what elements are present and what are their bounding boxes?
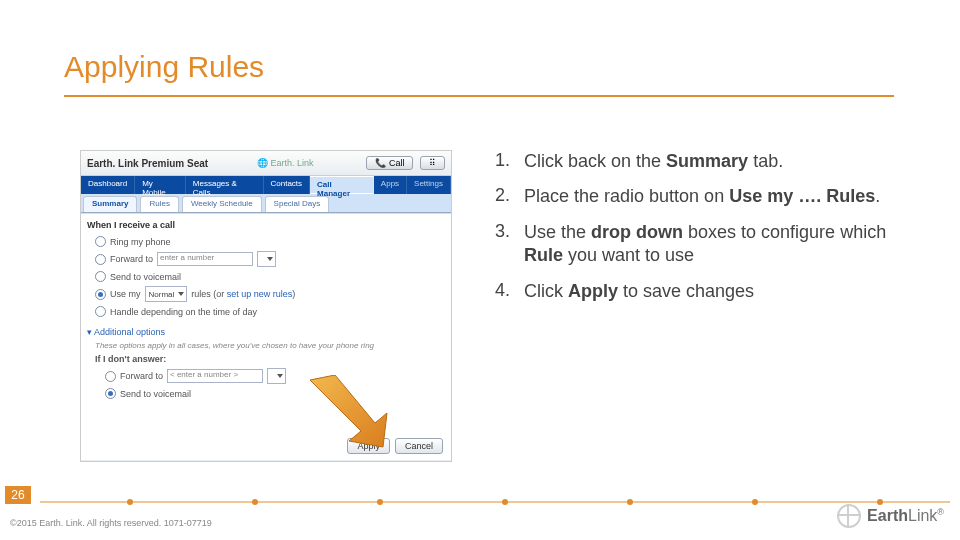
nav-dashboard[interactable]: Dashboard (81, 176, 135, 194)
tab-weekly[interactable]: Weekly Schedule (182, 196, 262, 212)
svg-point-3 (252, 499, 258, 505)
app-subtabs: Summary Rules Weekly Schedule Special Da… (81, 194, 451, 213)
label-send-voicemail-2: Send to voicemail (120, 389, 191, 399)
svg-point-7 (752, 499, 758, 505)
instruction-text: Click Apply to save changes (524, 280, 900, 303)
page-title: Applying Rules (64, 50, 264, 84)
svg-point-4 (377, 499, 383, 505)
app-logo-mini: 🌐 Earth. Link (257, 158, 314, 168)
instruction-number: 1. (480, 150, 524, 173)
instruction-text: Click back on the Summary tab. (524, 150, 900, 173)
apply-button[interactable]: Apply (347, 438, 390, 454)
set-up-rules-link[interactable]: set up new rules (227, 289, 293, 299)
radio-forward-to-2[interactable] (105, 371, 116, 382)
footer-divider (10, 494, 950, 496)
nav-settings[interactable]: Settings (407, 176, 451, 194)
label-forward-to-2: Forward to (120, 371, 163, 381)
label-use-my: Use my (110, 289, 141, 299)
additional-options-toggle[interactable]: ▾ Additional options (87, 327, 165, 337)
nav-messages[interactable]: Messages & Calls (186, 176, 264, 194)
radio-ring-my-phone[interactable] (95, 236, 106, 247)
label-forward-to: Forward to (110, 254, 153, 264)
if-dont-answer-label: If I don't answer: (95, 354, 166, 364)
instruction-item: 2. Place the radio button on Use my …. R… (480, 185, 900, 208)
tab-rules[interactable]: Rules (140, 196, 178, 212)
svg-point-6 (627, 499, 633, 505)
app-topbar: Earth. Link Premium Seat 🌐 Earth. Link 📞… (81, 151, 451, 176)
nav-apps[interactable]: Apps (374, 176, 407, 194)
instruction-item: 1. Click back on the Summary tab. (480, 150, 900, 173)
globe-icon (837, 504, 861, 528)
app-brand: Earth. Link Premium Seat (87, 158, 208, 169)
footer-logo: EarthLink® (837, 504, 944, 528)
radio-handle-time-of-day[interactable] (95, 306, 106, 317)
instruction-item: 3. Use the drop down boxes to configure … (480, 221, 900, 268)
svg-point-5 (502, 499, 508, 505)
nav-call-manager[interactable]: Call Manager (310, 176, 374, 194)
panel-heading: When I receive a call (81, 214, 451, 234)
label-handle-time-of-day: Handle depending on the time of day (110, 307, 257, 317)
radio-send-voicemail[interactable] (95, 271, 106, 282)
title-underline (64, 95, 894, 97)
instruction-number: 3. (480, 221, 524, 268)
forward-number-input-2[interactable]: < enter a number > (167, 369, 263, 383)
rules-select[interactable]: Normal (145, 286, 188, 302)
call-panel: When I receive a call Ring my phone Forw… (81, 213, 451, 460)
rules-link-text: rules (or set up new rules) (191, 289, 295, 299)
copyright: ©2015 Earth. Link. All rights reserved. … (10, 518, 212, 528)
radio-send-voicemail-2[interactable] (105, 388, 116, 399)
forward-number-input[interactable]: enter a number (157, 252, 253, 266)
label-send-voicemail: Send to voicemail (110, 272, 181, 282)
svg-point-2 (127, 499, 133, 505)
forward-option-select-2[interactable] (267, 368, 286, 384)
keypad-button[interactable]: ⠿ (420, 156, 445, 170)
instruction-item: 4. Click Apply to save changes (480, 280, 900, 303)
instruction-list: 1. Click back on the Summary tab. 2. Pla… (480, 150, 900, 315)
app-screenshot: Earth. Link Premium Seat 🌐 Earth. Link 📞… (80, 150, 452, 462)
nav-contacts[interactable]: Contacts (264, 176, 311, 194)
additional-note: These options apply in all cases, where … (81, 339, 451, 352)
instruction-number: 4. (480, 280, 524, 303)
call-button[interactable]: 📞 Call (366, 156, 413, 170)
instruction-text: Place the radio button on Use my …. Rule… (524, 185, 900, 208)
radio-forward-to[interactable] (95, 254, 106, 265)
instruction-number: 2. (480, 185, 524, 208)
app-navbar: Dashboard My Mobile Messages & Calls Con… (81, 176, 451, 194)
label-ring-my-phone: Ring my phone (110, 237, 171, 247)
nav-my-mobile[interactable]: My Mobile (135, 176, 186, 194)
instruction-text: Use the drop down boxes to configure whi… (524, 221, 900, 268)
radio-use-my-rules[interactable] (95, 289, 106, 300)
tab-summary[interactable]: Summary (83, 196, 137, 212)
cancel-button[interactable]: Cancel (395, 438, 443, 454)
tab-special[interactable]: Special Days (265, 196, 330, 212)
forward-option-select[interactable] (257, 251, 276, 267)
